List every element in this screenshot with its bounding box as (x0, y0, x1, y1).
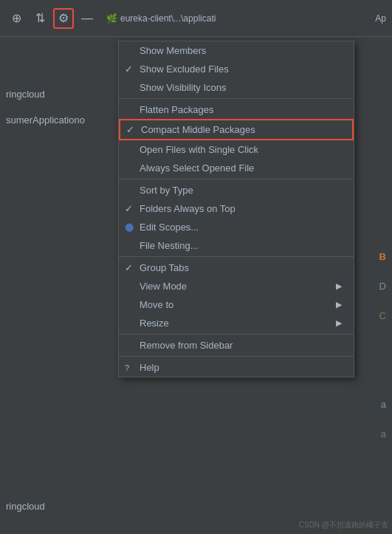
divider-4 (119, 334, 354, 335)
copyright-text: CSDN @不想逃跑的橘子害 (299, 520, 388, 530)
add-icon[interactable]: ⊕ (6, 8, 27, 29)
menu-item-resize[interactable]: Resize ▶ (119, 314, 354, 332)
menu-item-file-nesting[interactable]: File Nesting... (119, 236, 354, 255)
label-show-members: Show Members (140, 45, 342, 56)
arrow-resize: ▶ (336, 318, 342, 328)
label-compact-middle-packages: Compact Middle Packages (141, 124, 340, 135)
check-folders-always-on-top: ✓ (125, 203, 140, 214)
label-flatten-packages: Flatten Packages (140, 104, 342, 115)
toolbar: ⊕ ⇅ ⚙ — 🌿 eureka-client\...\applicati Ap (0, 0, 392, 37)
eureka-tab[interactable]: 🌿 eureka-client\...\applicati (106, 13, 216, 24)
label-sort-by-type: Sort by Type (140, 185, 342, 196)
label-folders-always-on-top: Folders Always on Top (140, 203, 342, 214)
menu-item-show-visibility-icons[interactable]: Show Visibility Icons (119, 78, 354, 97)
context-menu: Show Members ✓ Show Excluded Files Show … (118, 41, 354, 377)
menu-item-view-mode[interactable]: View Mode ▶ (119, 277, 354, 295)
menu-item-edit-scopes[interactable]: ⬤ Edit Scopes... (119, 218, 354, 236)
divider-1 (119, 98, 354, 99)
arrow-view-mode: ▶ (336, 281, 342, 291)
label-resize: Resize (140, 318, 336, 329)
menu-item-always-select-opened-file[interactable]: Always Select Opened File (119, 159, 354, 177)
menu-item-group-tabs[interactable]: ✓ Group Tabs (119, 259, 354, 277)
menu-item-help[interactable]: ? Help (119, 358, 354, 377)
label-file-nesting: File Nesting... (140, 240, 342, 251)
menu-item-open-files-single-click[interactable]: Open Files with Single Click (119, 140, 354, 159)
label-open-files-single-click: Open Files with Single Click (140, 144, 342, 155)
code-text-3: C (379, 310, 386, 321)
divider-2 (119, 179, 354, 179)
check-compact-middle-packages: ✓ (126, 124, 141, 135)
code-text-4: a (381, 399, 386, 410)
check-group-tabs: ✓ (125, 262, 140, 273)
label-view-mode: View Mode (140, 281, 336, 292)
menu-item-compact-middle-packages[interactable]: ✓ Compact Middle Packages (119, 119, 354, 140)
menu-item-move-to[interactable]: Move to ▶ (119, 295, 354, 314)
code-text-1: B (379, 251, 386, 262)
menu-item-flatten-packages[interactable]: Flatten Packages (119, 100, 354, 119)
label-group-tabs: Group Tabs (140, 262, 342, 273)
label-remove-from-sidebar: Remove from Sidebar (140, 340, 342, 351)
check-help: ? (125, 363, 140, 372)
sidebar-text-2: sumerApplicationo (6, 114, 85, 126)
sidebar-bottom-text: ringcloud (6, 501, 45, 512)
arrow-move-to: ▶ (336, 300, 342, 309)
app-label: Ap (375, 13, 386, 24)
label-move-to: Move to (140, 299, 336, 310)
menu-item-sort-by-type[interactable]: Sort by Type (119, 181, 354, 199)
label-show-visibility-icons: Show Visibility Icons (140, 82, 342, 93)
expand-icon[interactable]: ⇅ (30, 8, 50, 29)
label-always-select-opened-file: Always Select Opened File (140, 162, 342, 174)
menu-item-folders-always-on-top[interactable]: ✓ Folders Always on Top (119, 199, 354, 218)
check-show-excluded-files: ✓ (125, 64, 140, 75)
label-edit-scopes: Edit Scopes... (140, 222, 342, 233)
label-show-excluded-files: Show Excluded Files (140, 64, 342, 75)
menu-item-remove-from-sidebar[interactable]: Remove from Sidebar (119, 336, 354, 355)
minus-icon[interactable]: — (77, 8, 97, 29)
sidebar-text-1: ringcloud (6, 89, 45, 100)
radio-edit-scopes: ⬤ (125, 222, 140, 232)
code-text-2: D (379, 281, 386, 292)
divider-3 (119, 256, 354, 257)
gear-icon[interactable]: ⚙ (53, 8, 74, 29)
code-text-5: a (381, 428, 386, 439)
divider-5 (119, 356, 354, 357)
menu-item-show-members[interactable]: Show Members (119, 41, 354, 60)
menu-item-show-excluded-files[interactable]: ✓ Show Excluded Files (119, 60, 354, 78)
label-help: Help (140, 362, 342, 373)
